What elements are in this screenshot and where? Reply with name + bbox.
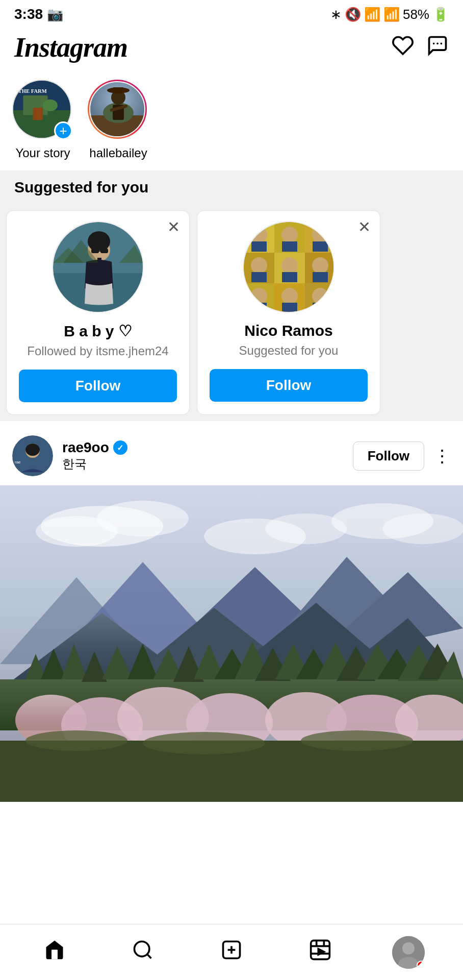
messenger-icon[interactable] (426, 34, 449, 61)
svg-point-111 (135, 941, 149, 956)
suggested-header: Suggested for you (0, 170, 463, 204)
create-icon (220, 939, 243, 966)
baby-name: B a b y ♡ (64, 322, 132, 340)
svg-point-36 (312, 227, 328, 243)
baby-avatar (52, 221, 144, 313)
more-options-button[interactable]: ⋮ (433, 446, 451, 466)
svg-point-58 (25, 444, 40, 456)
svg-point-48 (251, 288, 267, 304)
follow-post-button[interactable]: Follow (353, 442, 424, 471)
post-user-avatar[interactable]: rae (12, 435, 53, 476)
close-nico-card[interactable]: ✕ (358, 218, 371, 236)
suggestion-card-nico: ✕ (197, 210, 380, 415)
follow-baby-button[interactable]: Follow (19, 370, 177, 402)
svg-rect-52 (282, 303, 297, 313)
wifi-icon: 📶 (364, 7, 380, 22)
suggested-cards: ✕ (0, 204, 463, 421)
status-bar: 3:38 📷 ∗ 🔇 📶 📶 58% 🔋 (0, 0, 463, 27)
hallebailey-label: hallebailey (89, 146, 147, 160)
mountain-scene-svg (0, 485, 463, 802)
svg-point-33 (281, 227, 298, 243)
nav-search[interactable] (122, 932, 163, 973)
svg-text:rae: rae (15, 460, 21, 464)
notification-dot (417, 961, 425, 969)
suggestion-card-baby: ✕ (6, 210, 190, 415)
follow-nico-button[interactable]: Follow (210, 369, 368, 402)
baby-subtitle: Followed by itsme.jhem24 (27, 344, 168, 358)
profile-avatar (392, 936, 425, 969)
post-location: 한국 (62, 456, 344, 472)
your-story-avatar-wrap: THE FARM + (12, 80, 73, 141)
username-text: rae9oo (62, 439, 109, 456)
svg-point-39 (251, 257, 267, 274)
svg-point-109 (143, 732, 265, 754)
post-user-info: rae9oo 한국 (62, 439, 344, 472)
nico-subtitle: Suggested for you (239, 344, 339, 358)
post-actions: Follow ⋮ (353, 442, 451, 471)
svg-rect-46 (313, 272, 328, 282)
nav-profile[interactable] (388, 932, 429, 973)
svg-rect-4 (33, 108, 43, 120)
battery-icon: 🔋 (432, 7, 449, 22)
nico-avatar (243, 221, 335, 313)
status-icons: ∗ 🔇 📶 📶 58% 🔋 (330, 7, 449, 22)
svg-point-45 (312, 257, 328, 274)
svg-point-42 (281, 257, 298, 274)
svg-rect-43 (282, 272, 297, 282)
reels-icon (309, 939, 331, 966)
heart-icon[interactable] (392, 34, 414, 61)
stories-section: THE FARM + Your story (0, 71, 463, 170)
svg-point-54 (312, 288, 328, 304)
svg-point-64 (36, 516, 117, 547)
nav-create[interactable] (211, 932, 252, 973)
story-your-story[interactable]: THE FARM + Your story (12, 80, 73, 160)
svg-point-30 (251, 227, 267, 243)
svg-rect-21 (100, 249, 108, 253)
time-display: 3:38 (14, 6, 43, 22)
svg-line-112 (147, 954, 151, 958)
your-story-label: Your story (15, 146, 70, 160)
svg-rect-34 (282, 241, 297, 252)
bottom-spacer (0, 802, 463, 863)
video-icon: 📷 (47, 7, 63, 22)
halle-avatar (89, 81, 145, 137)
halle-avatar-wrap (88, 80, 149, 141)
header-icons (392, 34, 449, 61)
svg-point-68 (382, 513, 463, 544)
status-time: 3:38 📷 (14, 6, 63, 22)
bottom-nav (0, 924, 463, 980)
suggested-title: Suggested for you (14, 179, 148, 195)
nico-name: Nico Ramos (244, 322, 332, 339)
bluetooth-icon: ∗ (330, 7, 342, 22)
svg-rect-37 (313, 241, 328, 252)
search-icon (132, 939, 154, 966)
battery-percent: 58% (403, 7, 429, 22)
svg-point-123 (402, 942, 415, 954)
svg-point-5 (43, 100, 58, 111)
svg-text:THE FARM: THE FARM (18, 88, 47, 94)
mute-icon: 🔇 (345, 7, 361, 22)
nav-home[interactable] (34, 932, 75, 973)
post-header: rae rae9oo 한국 Follow ⋮ (0, 426, 463, 485)
nav-reels[interactable] (300, 932, 341, 973)
post-username: rae9oo (62, 439, 344, 456)
close-baby-card[interactable]: ✕ (167, 218, 180, 236)
svg-rect-31 (251, 241, 267, 252)
svg-point-108 (25, 730, 127, 751)
svg-rect-55 (313, 303, 328, 313)
signal-icon: 📶 (383, 7, 400, 22)
home-icon (43, 939, 66, 966)
svg-rect-23 (97, 258, 101, 264)
svg-point-110 (301, 730, 413, 751)
story-hallebailey[interactable]: hallebailey (88, 80, 149, 160)
svg-rect-40 (251, 272, 267, 282)
app-header: Instagram (0, 27, 463, 71)
halle-gradient-ring (88, 80, 147, 139)
svg-point-51 (281, 288, 298, 304)
add-story-button[interactable]: + (54, 121, 72, 140)
svg-rect-13 (113, 87, 124, 93)
svg-rect-49 (251, 303, 267, 313)
svg-rect-20 (91, 249, 99, 253)
instagram-logo: Instagram (14, 32, 127, 63)
verified-badge (113, 440, 127, 455)
